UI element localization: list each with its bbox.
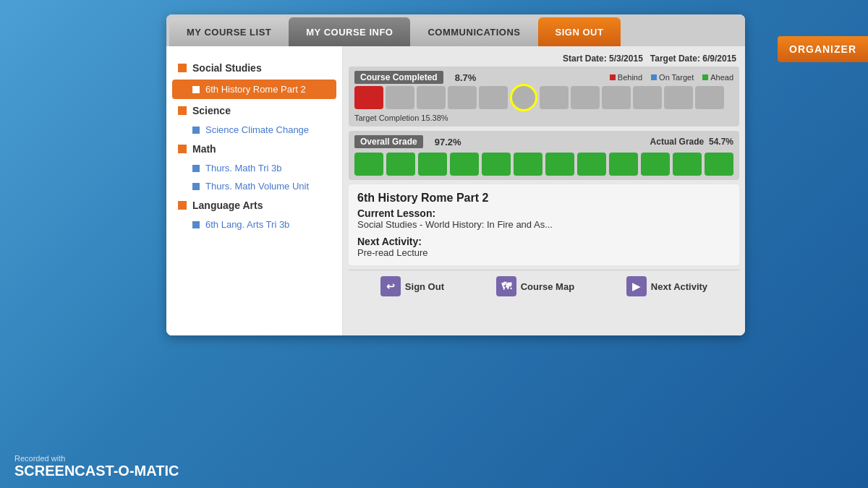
- course-item-math-tri[interactable]: Thurs. Math Tri 3b: [166, 159, 342, 177]
- tab-course-list[interactable]: MY COURSE LIST: [169, 17, 289, 46]
- legend-on-target: On Target: [651, 73, 694, 82]
- organizer-tab[interactable]: ORGANIZER: [778, 36, 868, 62]
- progress-block-highlighted: [510, 84, 537, 111]
- course-dot-climate: [192, 127, 200, 134]
- progress-block-1: [354, 86, 383, 109]
- progress-section: Course Completed 8.7% Behind On Target: [349, 67, 739, 127]
- course-title: 6th History Rome Part 2: [357, 192, 731, 205]
- grade-block-9: [609, 153, 638, 176]
- course-item-rome[interactable]: 6th History Rome Part 2: [172, 80, 336, 99]
- progress-block-4: [448, 86, 477, 109]
- progress-block-12: [695, 86, 724, 109]
- grade-block-10: [641, 153, 670, 176]
- course-dot: [192, 86, 200, 93]
- target-completion-row: Target Completion 15.38%: [354, 111, 733, 122]
- category-dot-lang: [178, 201, 187, 210]
- legend-dot-behind: [610, 74, 616, 80]
- info-panel: Start Date: 5/3/2015 Target Date: 6/9/20…: [343, 46, 745, 335]
- progress-block-3: [417, 86, 446, 109]
- course-map-btn[interactable]: 🗺 Course Map: [496, 276, 574, 296]
- category-math: Math: [166, 139, 342, 159]
- progress-block-7: [540, 86, 569, 109]
- grade-header: Overall Grade 97.2% Actual Grade 54.7%: [354, 135, 733, 148]
- tab-course-info[interactable]: MY COURSE INFO: [289, 17, 410, 46]
- grade-block-1: [354, 153, 383, 176]
- sign-out-btn[interactable]: ↩ Sign Out: [380, 276, 444, 296]
- legend-ahead: Ahead: [702, 73, 733, 82]
- category-science: Science: [166, 100, 342, 121]
- course-item-math-volume[interactable]: Thurs. Math Volume Unit: [166, 177, 342, 195]
- tab-communications[interactable]: COMMUNICATIONS: [410, 17, 537, 46]
- watermark: Recorded with SCREENCAST-O-MATIC: [14, 454, 179, 479]
- course-dot-math2: [192, 183, 200, 190]
- course-details: 6th History Rome Part 2 Current Lesson: …: [349, 184, 739, 265]
- grade-block-2: [386, 153, 415, 176]
- grade-block-11: [673, 153, 702, 176]
- legend-behind: Behind: [610, 73, 642, 82]
- category-dot: [178, 64, 187, 72]
- course-map-icon: 🗺: [496, 276, 516, 296]
- actual-grade: Actual Grade 54.7%: [650, 137, 733, 147]
- category-dot-math: [178, 145, 187, 153]
- sidebar: Social Studies 6th History Rome Part 2 S…: [166, 46, 343, 335]
- legend-dot-ahead: [702, 74, 708, 80]
- category-social-studies: Social Studies: [166, 58, 342, 78]
- overall-grade-pct: 97.2%: [435, 137, 461, 147]
- progress-blocks: [354, 84, 733, 111]
- category-lang-arts: Language Arts: [166, 195, 342, 215]
- next-activity-icon: ▶: [626, 276, 647, 296]
- course-dot-lang: [192, 221, 200, 228]
- progress-header-row: Course Completed 8.7% Behind On Target: [354, 71, 733, 84]
- organizer-label: ORGANIZER: [789, 43, 856, 55]
- brand-label: SCREENCAST-O-MATIC: [14, 463, 179, 479]
- progress-block-9: [602, 86, 631, 109]
- overall-grade-label: Overall Grade: [354, 135, 423, 148]
- grade-blocks: [354, 153, 733, 176]
- current-lesson-text: Social Studies - World History: In Fire …: [357, 219, 731, 230]
- grade-block-7: [545, 153, 574, 176]
- legend: Behind On Target Ahead: [610, 73, 733, 82]
- progress-block-2: [386, 86, 414, 109]
- content-area: Social Studies 6th History Rome Part 2 S…: [166, 46, 745, 335]
- date-row: Start Date: 5/3/2015 Target Date: 6/9/20…: [349, 52, 739, 67]
- bottom-actions: ↩ Sign Out 🗺 Course Map ▶ Next Activity: [349, 270, 739, 302]
- tab-sign-out[interactable]: SIGN OUT: [538, 17, 621, 46]
- grade-block-3: [418, 153, 447, 176]
- grade-block-12: [705, 153, 733, 176]
- course-dot-math1: [192, 165, 200, 172]
- category-dot-science: [178, 106, 187, 115]
- recorded-with-label: Recorded with: [14, 454, 179, 463]
- next-activity-text: Pre-read Lecture: [357, 247, 731, 258]
- grade-block-6: [514, 153, 542, 176]
- grade-block-8: [577, 153, 606, 176]
- course-completed-label: Course Completed: [354, 71, 443, 84]
- sign-out-icon: ↩: [380, 276, 401, 296]
- next-activity-label: Next Activity:: [357, 236, 731, 247]
- grade-block-4: [450, 153, 479, 176]
- course-completed-pct: 8.7%: [455, 72, 477, 83]
- course-item-climate[interactable]: Science Climate Change: [166, 121, 342, 139]
- course-item-lang-arts[interactable]: 6th Lang. Arts Tri 3b: [166, 215, 342, 234]
- progress-block-10: [633, 86, 662, 109]
- progress-block-5: [479, 86, 508, 109]
- legend-dot-on-target: [651, 74, 657, 80]
- grade-section: Overall Grade 97.2% Actual Grade 54.7%: [349, 131, 739, 180]
- main-container: MY COURSE LIST MY COURSE INFO COMMUNICAT…: [166, 14, 745, 335]
- grade-block-5: [482, 153, 511, 176]
- top-nav: MY COURSE LIST MY COURSE INFO COMMUNICAT…: [166, 14, 745, 46]
- progress-block-11: [664, 86, 693, 109]
- progress-block-8: [571, 86, 600, 109]
- current-lesson-label: Current Lesson:: [357, 207, 731, 219]
- next-activity-btn[interactable]: ▶ Next Activity: [626, 276, 707, 296]
